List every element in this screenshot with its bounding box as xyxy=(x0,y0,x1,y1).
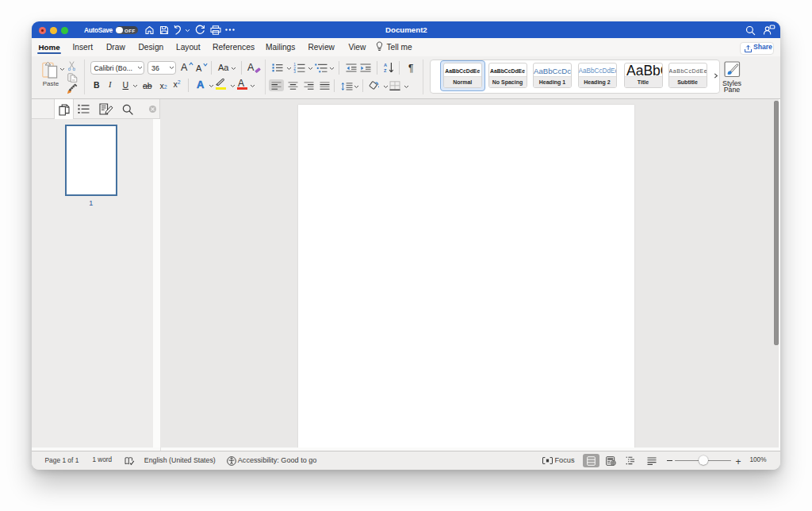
svg-text:A: A xyxy=(384,63,387,67)
svg-text:3: 3 xyxy=(293,70,296,73)
svg-text:Z: Z xyxy=(384,68,387,73)
